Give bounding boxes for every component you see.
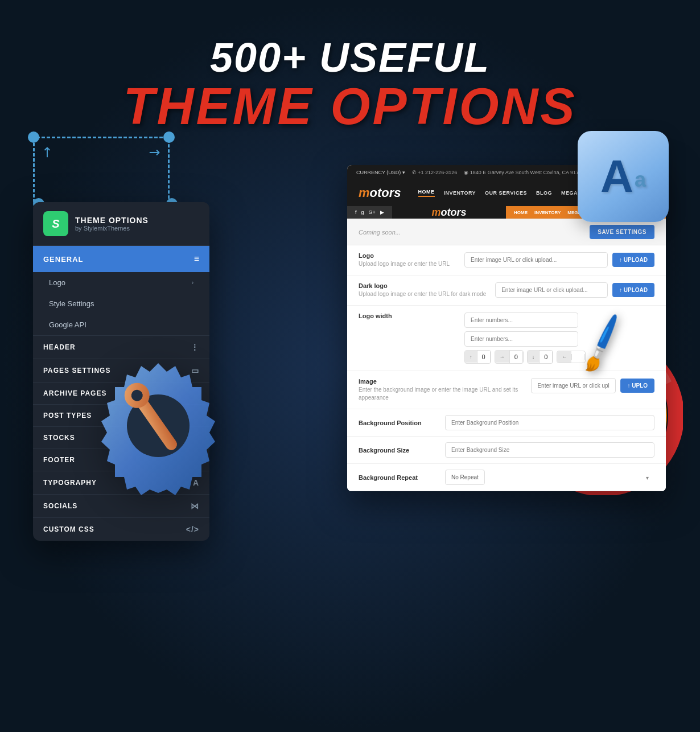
header-label: HEADER xyxy=(43,343,76,351)
bg-size-input[interactable] xyxy=(445,442,654,458)
bg-repeat-label: Background Repeat xyxy=(359,474,438,481)
logo-upload-button[interactable]: ↑ UPLOAD xyxy=(612,253,654,267)
motors-logo-2-container: motors xyxy=(392,206,506,219)
logo-width-input-1[interactable] xyxy=(464,312,578,328)
logo-url-input[interactable] xyxy=(464,252,608,268)
dots-icon: ⋮ xyxy=(191,343,199,352)
num-down-value: 0 xyxy=(539,351,553,363)
custom-css-label: CUSTOM CSS xyxy=(43,525,94,533)
num-up-group: ↑ 0 xyxy=(464,350,491,364)
typography-decoration: Aa xyxy=(578,131,669,222)
hero-line2: THEME OPTIONS xyxy=(123,81,577,132)
hero-section: 500+ USEFUL THEME OPTIONS xyxy=(123,34,577,132)
gear-svg xyxy=(79,352,238,511)
dark-logo-field-label: Dark logo xyxy=(359,282,486,289)
bg-image-upload-button[interactable]: ↑ UPLO xyxy=(620,379,654,393)
code-icon: </> xyxy=(186,525,199,534)
style-settings-label: Style Settings xyxy=(49,299,94,308)
num-right-arrow[interactable]: → xyxy=(495,351,509,363)
bg-position-row: Background Position xyxy=(347,409,666,437)
currency-selector[interactable]: CURRENCY (USD) ▾ xyxy=(356,170,405,175)
footer-label: FOOTER xyxy=(43,456,75,464)
bg-size-row: Background Size xyxy=(347,437,666,464)
nav-inventory[interactable]: INVENTORY xyxy=(444,190,476,196)
bg-image-field-label: image xyxy=(359,378,522,385)
menu-custom-css[interactable]: CUSTOM CSS </> xyxy=(33,517,209,541)
coming-soon: Coming soon... xyxy=(359,229,401,236)
num-up-value: 0 xyxy=(477,351,491,363)
gear-decoration xyxy=(79,352,238,511)
nav-blog[interactable]: BLOG xyxy=(536,190,552,196)
nav2-inventory[interactable]: INVENTORY xyxy=(534,210,561,215)
bg-image-field-desc: Enter the background image or enter the … xyxy=(359,386,522,402)
fb-icon-2: f xyxy=(355,209,357,215)
menu-logo[interactable]: Logo › xyxy=(33,272,209,293)
bg-repeat-row: Background Repeat No Repeat Repeat Repea… xyxy=(347,464,666,491)
menu-style-settings[interactable]: Style Settings xyxy=(33,293,209,314)
panel-header: S THEME OPTIONS by StylemixThemes xyxy=(33,202,209,246)
general-label: GENERAL xyxy=(43,255,84,264)
social-bar: f g G+ ▶ xyxy=(347,206,392,219)
nav-home[interactable]: HOME xyxy=(418,189,435,197)
dark-logo-field-desc: Upload logo image or enter the URL for d… xyxy=(359,290,486,298)
bg-position-input[interactable] xyxy=(445,415,654,430)
logo-label-group: Logo Upload logo image or enter the URL xyxy=(359,252,455,268)
dark-logo-label-group: Dark logo Upload logo image or enter the… xyxy=(359,282,486,298)
yt-icon: ▶ xyxy=(380,209,384,215)
dark-logo-row: Dark logo Upload logo image or enter the… xyxy=(347,275,666,306)
resize-box xyxy=(33,137,170,205)
dark-logo-input-group: ↑ UPLOAD xyxy=(495,282,654,298)
panel-title-group: THEME OPTIONS by StylemixThemes xyxy=(75,216,149,232)
google-api-label: Google API xyxy=(49,320,87,329)
nav-services[interactable]: OUR SERVICES xyxy=(485,190,527,196)
bg-image-url-input[interactable] xyxy=(531,378,616,393)
logo-field-desc: Upload logo image or enter the URL xyxy=(359,260,455,268)
logo-field-label: Logo xyxy=(359,252,455,259)
nav2-home[interactable]: HOME xyxy=(514,210,528,215)
gplus-icon-2: G+ xyxy=(369,209,376,215)
dark-logo-url-input[interactable] xyxy=(495,282,608,298)
panel-logo: S xyxy=(43,211,68,236)
bg-repeat-select-wrapper: No Repeat Repeat Repeat X Repeat Y xyxy=(445,470,654,485)
dark-logo-upload-button[interactable]: ↑ UPLOAD xyxy=(612,283,654,297)
typo-bg: Aa xyxy=(578,131,669,222)
bg-image-label-group: image Enter the background image or ente… xyxy=(359,378,522,402)
num-right-value: 0 xyxy=(509,351,523,363)
bg-image-input-group: ↑ UPLO xyxy=(531,378,654,393)
num-right-group: → 0 xyxy=(495,350,524,364)
logo-label: Logo xyxy=(49,278,65,287)
logo-width-field-label: Logo width xyxy=(359,312,455,319)
bg-size-label: Background Size xyxy=(359,447,438,454)
menu-general[interactable]: GENERAL ≡ xyxy=(33,246,209,272)
typo-small-a: a xyxy=(635,168,646,191)
num-down-group: ↓ 0 xyxy=(527,350,554,364)
gplus-icon: g xyxy=(361,209,364,215)
menu-google-api[interactable]: Google API xyxy=(33,314,209,335)
bg-image-row: image Enter the background image or ente… xyxy=(347,371,666,409)
bg-position-label: Background Position xyxy=(359,420,438,426)
typo-letter-a: Aa xyxy=(600,154,646,199)
stocks-label: STOCKS xyxy=(43,434,75,442)
motors-logo-2: motors xyxy=(431,207,466,219)
socials-label: SOCIALS xyxy=(43,502,77,510)
settings-top-bar: Coming soon... SAVE SETTINGS xyxy=(347,219,666,245)
logo-width-input-2[interactable] xyxy=(464,331,578,347)
panel-subtitle: by StylemixThemes xyxy=(75,225,149,232)
logo-row: Logo Upload logo image or enter the URL … xyxy=(347,245,666,275)
motors-logo: motors xyxy=(359,186,401,200)
bg-repeat-select[interactable]: No Repeat Repeat Repeat X Repeat Y xyxy=(445,470,485,485)
chevron-icon: › xyxy=(192,279,193,286)
save-settings-button[interactable]: SAVE SETTINGS xyxy=(590,225,654,239)
panel-title: THEME OPTIONS xyxy=(75,216,149,225)
num-down-arrow[interactable]: ↓ xyxy=(528,351,540,363)
filter-icon: ≡ xyxy=(194,254,199,264)
phone-number: ✆ +1 212-226-3126 xyxy=(412,170,457,175)
num-left-arrow[interactable]: ← xyxy=(557,351,571,363)
hero-line1: 500+ USEFUL xyxy=(123,34,577,81)
num-up-arrow[interactable]: ↑ xyxy=(465,351,477,363)
address: ◉ 1840 E Garvey Ave South West Covina, C… xyxy=(464,170,584,175)
logo-width-label: Logo width xyxy=(359,312,455,319)
logo-input-group: ↑ UPLOAD xyxy=(464,252,654,268)
